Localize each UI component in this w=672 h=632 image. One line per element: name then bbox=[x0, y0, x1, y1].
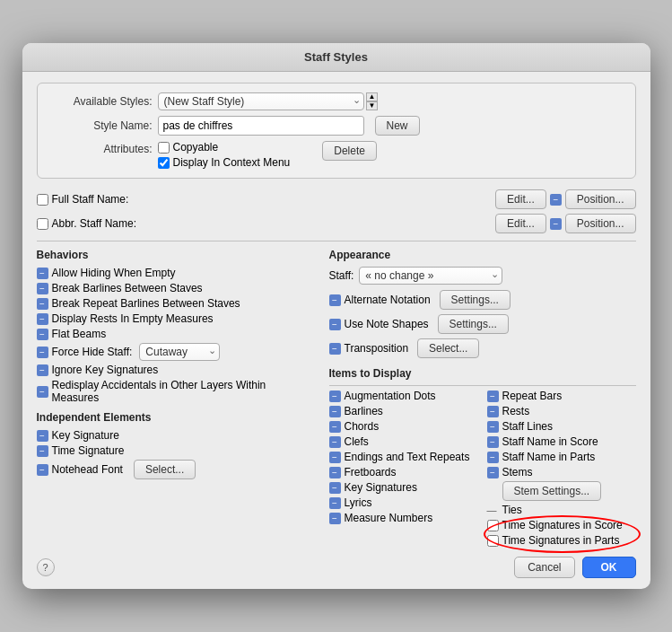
staff-select[interactable]: « no change » bbox=[359, 267, 502, 285]
footer-row: ? Cancel OK bbox=[37, 557, 636, 578]
independent-section: Independent Elements − Key Signature − T… bbox=[37, 411, 315, 479]
stepper-down[interactable]: ▼ bbox=[366, 101, 379, 110]
display-context-checkbox[interactable] bbox=[158, 157, 170, 169]
independent-label-1: Key Signature bbox=[52, 429, 119, 442]
item-chords: − Chords bbox=[329, 420, 478, 433]
help-button[interactable]: ? bbox=[37, 558, 55, 576]
available-styles-select[interactable]: (New Staff Style) bbox=[158, 92, 364, 110]
full-staff-edit-button[interactable]: Edit... bbox=[495, 189, 546, 209]
item-label-stems: Stems bbox=[502, 466, 533, 478]
minus-staffscore: − bbox=[487, 436, 499, 448]
stem-settings-button[interactable]: Stem Settings... bbox=[502, 481, 602, 501]
style-name-input[interactable] bbox=[158, 116, 364, 136]
behavior-label-4: Display Rests In Empty Measures bbox=[52, 312, 214, 325]
item-endings: − Endings and Text Repeats bbox=[329, 451, 478, 463]
minus-bar: − bbox=[329, 406, 341, 417]
abbr-staff-name-row: Abbr. Staff Name: Edit... − Position... bbox=[37, 214, 636, 233]
alt-notation-settings-button[interactable]: Settings... bbox=[440, 290, 511, 310]
minus-icon-6: − bbox=[37, 347, 48, 358]
time-parts-checkbox[interactable] bbox=[487, 535, 499, 547]
new-button[interactable]: New bbox=[375, 116, 420, 136]
note-shapes-settings-button[interactable]: Settings... bbox=[438, 314, 509, 334]
item-fretboards: − Fretboards bbox=[329, 466, 478, 478]
item-label-keysig: Key Signatures bbox=[345, 481, 417, 494]
behavior-label-7: Ignore Key Signatures bbox=[52, 364, 159, 376]
delete-button[interactable]: Delete bbox=[322, 141, 377, 161]
minus-keysig: − bbox=[329, 482, 341, 494]
independent-key-sig: − Key Signature bbox=[37, 429, 315, 442]
force-hide-select[interactable]: Cutaway bbox=[139, 343, 220, 361]
items-to-display-section: Items to Display − Augmentation Dots − B… bbox=[329, 367, 636, 549]
ok-button[interactable]: OK bbox=[582, 557, 636, 578]
item-label-aug: Augmentation Dots bbox=[345, 390, 436, 402]
notehead-select-button[interactable]: Select... bbox=[134, 460, 196, 479]
item-label-staffscore: Staff Name in Score bbox=[502, 435, 598, 448]
independent-title: Independent Elements bbox=[37, 411, 315, 424]
abbr-staff-name-checkbox[interactable] bbox=[37, 218, 48, 230]
item-label-clefs: Clefs bbox=[345, 435, 369, 448]
copyable-row: Copyable bbox=[158, 141, 291, 154]
note-shapes-row: − Use Note Shapes Settings... bbox=[329, 314, 636, 334]
behavior-allow-hiding: − Allow Hiding When Empty bbox=[37, 267, 315, 279]
item-label-stafflines: Staff Lines bbox=[502, 420, 553, 433]
item-label-time-parts: Time Signatures in Parts bbox=[502, 534, 620, 547]
item-clefs: − Clefs bbox=[329, 435, 478, 448]
transposition-select-button[interactable]: Select... bbox=[417, 338, 479, 358]
time-score-checkbox[interactable] bbox=[487, 520, 499, 531]
item-repeat-bars: − Repeat Bars bbox=[487, 390, 636, 402]
behavior-display-rests: − Display Rests In Empty Measures bbox=[37, 312, 315, 325]
item-rests: − Rests bbox=[487, 405, 636, 417]
behavior-label-5: Flat Beams bbox=[52, 328, 107, 340]
item-staff-lines: − Staff Lines bbox=[487, 420, 636, 433]
right-column: Appearance Staff: « no change » − Altern… bbox=[329, 249, 636, 549]
item-time-score: Time Signatures in Score bbox=[487, 519, 623, 531]
item-label-staffparts: Staff Name in Parts bbox=[502, 451, 596, 463]
item-label-repeat: Repeat Bars bbox=[502, 390, 563, 402]
staff-label: Staff: bbox=[329, 269, 354, 282]
minus-icon-8: − bbox=[37, 386, 48, 398]
behavior-label-2: Break Barlines Between Staves bbox=[52, 282, 203, 294]
alt-notation-row: − Alternate Notation Settings... bbox=[329, 290, 636, 310]
force-hide-select-wrap: Cutaway bbox=[139, 343, 220, 361]
available-styles-row: Available Styles: (New Staff Style) ▲ ▼ bbox=[50, 92, 623, 110]
full-staff-name-checkbox[interactable] bbox=[37, 194, 48, 206]
full-staff-name-row: Full Staff Name: Edit... − Position... bbox=[37, 189, 636, 209]
top-section: Available Styles: (New Staff Style) ▲ ▼ … bbox=[37, 83, 636, 179]
available-styles-stepper[interactable]: ▲ ▼ bbox=[366, 92, 379, 110]
behavior-label-8: Redisplay Accidentals in Other Layers Wi… bbox=[52, 379, 315, 404]
note-shapes-label: Use Note Shapes bbox=[345, 318, 429, 330]
minus-rests: − bbox=[487, 406, 499, 417]
minus-measure: − bbox=[329, 513, 341, 524]
title-text: Staff Styles bbox=[304, 50, 368, 64]
items-right: − Repeat Bars − Rests − Staff Lines bbox=[487, 390, 636, 549]
minus-icon-10: − bbox=[37, 445, 48, 457]
full-staff-position-button[interactable]: Position... bbox=[565, 189, 636, 209]
staff-select-wrap: « no change » bbox=[359, 267, 502, 285]
abbr-staff-position-button[interactable]: Position... bbox=[565, 214, 636, 233]
minus-endings: − bbox=[329, 452, 341, 463]
behavior-flat-beams: − Flat Beams bbox=[37, 328, 315, 340]
item-measure-num: − Measure Numbers bbox=[329, 512, 478, 524]
item-label-rests: Rests bbox=[502, 405, 530, 417]
minus-icon-trans: − bbox=[329, 343, 341, 355]
abbr-staff-name-label: Abbr. Staff Name: bbox=[52, 217, 137, 230]
stepper-up[interactable]: ▲ bbox=[366, 92, 379, 101]
cancel-button[interactable]: Cancel bbox=[514, 557, 574, 578]
abbr-staff-minus-icon: − bbox=[550, 218, 562, 230]
minus-aug: − bbox=[329, 391, 341, 402]
transposition-row: − Transposition Select... bbox=[329, 338, 636, 358]
ties-dash: — bbox=[487, 505, 497, 515]
behaviors-title: Behaviors bbox=[37, 249, 315, 261]
copyable-checkbox[interactable] bbox=[158, 142, 170, 154]
minus-icon-9: − bbox=[37, 430, 48, 442]
item-label-fret: Fretboards bbox=[345, 466, 397, 478]
abbr-staff-edit-button[interactable]: Edit... bbox=[495, 214, 546, 233]
item-stems: − Stems bbox=[487, 466, 636, 478]
minus-icon-alt: − bbox=[329, 294, 341, 306]
minus-repeat: − bbox=[487, 391, 499, 402]
behavior-break-barlines: − Break Barlines Between Staves bbox=[37, 282, 315, 294]
independent-time-sig: − Time Signature bbox=[37, 444, 315, 457]
items-left: − Augmentation Dots − Barlines − Chords bbox=[329, 390, 478, 549]
appearance-title: Appearance bbox=[329, 249, 636, 261]
item-label-ties: Ties bbox=[502, 504, 522, 516]
